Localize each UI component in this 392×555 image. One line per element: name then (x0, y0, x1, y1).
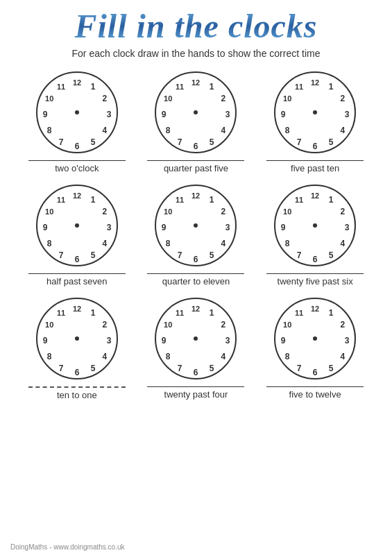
clock-cell: 121234567891011twenty five past six (259, 180, 371, 287)
svg-text:12: 12 (191, 305, 200, 313)
svg-text:5: 5 (90, 250, 95, 260)
svg-text:11: 11 (295, 309, 303, 317)
footer: DoingMaths - www.doingmaths.co.uk (10, 543, 125, 551)
svg-text:7: 7 (297, 137, 302, 147)
svg-text:12: 12 (73, 191, 81, 200)
svg-text:8: 8 (47, 352, 52, 361)
svg-text:5: 5 (210, 137, 214, 147)
svg-text:10: 10 (45, 321, 53, 329)
svg-point-85 (75, 336, 79, 341)
svg-text:11: 11 (176, 196, 184, 204)
svg-text:9: 9 (281, 223, 286, 232)
svg-text:2: 2 (341, 94, 346, 103)
svg-text:5: 5 (329, 364, 334, 373)
svg-text:3: 3 (106, 336, 111, 345)
svg-text:6: 6 (74, 255, 79, 264)
clock-label: five past ten (266, 160, 364, 173)
svg-text:8: 8 (285, 239, 290, 248)
svg-point-15 (194, 110, 198, 114)
svg-text:10: 10 (283, 321, 291, 329)
svg-text:9: 9 (42, 223, 47, 232)
svg-text:10: 10 (283, 94, 291, 103)
svg-text:9: 9 (281, 336, 286, 345)
svg-text:7: 7 (58, 137, 63, 147)
clock-cell: 121234567891011quarter to eleven (140, 180, 253, 287)
svg-text:12: 12 (191, 78, 200, 87)
svg-text:2: 2 (341, 320, 346, 330)
svg-text:2: 2 (221, 207, 226, 216)
svg-text:12: 12 (73, 78, 81, 87)
svg-text:11: 11 (57, 196, 65, 204)
svg-text:3: 3 (225, 110, 230, 119)
svg-text:7: 7 (58, 364, 63, 373)
svg-text:7: 7 (297, 250, 302, 260)
svg-text:9: 9 (281, 110, 286, 119)
svg-text:4: 4 (221, 126, 226, 135)
svg-text:4: 4 (102, 239, 107, 248)
clock-label: twenty five past six (266, 273, 364, 287)
svg-text:4: 4 (341, 126, 346, 135)
svg-text:6: 6 (313, 142, 318, 151)
svg-text:8: 8 (166, 126, 171, 135)
svg-text:1: 1 (329, 82, 334, 92)
svg-point-71 (313, 223, 317, 228)
svg-text:9: 9 (42, 336, 47, 345)
svg-text:1: 1 (90, 195, 95, 205)
svg-text:7: 7 (178, 250, 182, 260)
page: Fill in the clocks For each clock draw i… (0, 0, 392, 555)
svg-text:8: 8 (285, 126, 290, 135)
svg-text:10: 10 (164, 321, 173, 329)
svg-text:3: 3 (225, 336, 230, 345)
svg-text:10: 10 (45, 94, 53, 103)
svg-text:4: 4 (341, 239, 346, 248)
svg-text:5: 5 (90, 364, 95, 373)
svg-text:10: 10 (45, 207, 53, 216)
svg-text:6: 6 (74, 142, 79, 151)
svg-text:7: 7 (297, 364, 302, 373)
svg-text:5: 5 (210, 364, 214, 373)
svg-text:3: 3 (345, 110, 350, 119)
svg-text:7: 7 (178, 137, 182, 147)
svg-text:8: 8 (166, 239, 171, 248)
clock-label: half past seven (28, 273, 126, 287)
svg-text:12: 12 (191, 191, 200, 200)
svg-text:12: 12 (311, 305, 319, 313)
svg-text:12: 12 (311, 191, 319, 200)
svg-text:5: 5 (210, 250, 214, 260)
svg-text:6: 6 (74, 368, 79, 377)
svg-point-1 (75, 110, 79, 114)
svg-text:7: 7 (178, 364, 182, 373)
svg-text:11: 11 (295, 83, 303, 91)
subtitle: For each clock draw in the hands to show… (14, 48, 378, 59)
svg-text:6: 6 (194, 142, 198, 151)
clock-cell: 121234567891011twenty past four (140, 293, 253, 400)
svg-text:4: 4 (221, 239, 226, 248)
svg-text:5: 5 (90, 137, 95, 147)
svg-point-29 (313, 110, 317, 114)
svg-text:4: 4 (102, 126, 107, 135)
svg-text:8: 8 (166, 352, 171, 361)
clock-cell: 121234567891011five past ten (259, 67, 371, 173)
svg-text:8: 8 (47, 126, 52, 135)
svg-text:4: 4 (102, 352, 107, 361)
svg-text:6: 6 (313, 368, 318, 377)
svg-text:3: 3 (106, 223, 111, 232)
svg-text:1: 1 (210, 82, 214, 92)
svg-text:1: 1 (90, 82, 95, 92)
svg-text:5: 5 (329, 250, 334, 260)
clock-label: quarter to eleven (147, 273, 244, 287)
svg-text:1: 1 (329, 308, 334, 318)
clock-label: quarter past five (147, 160, 244, 173)
svg-text:1: 1 (210, 308, 214, 318)
svg-point-43 (75, 223, 79, 228)
svg-text:2: 2 (221, 94, 226, 103)
svg-text:6: 6 (313, 255, 318, 264)
svg-text:6: 6 (194, 368, 198, 377)
svg-text:2: 2 (341, 207, 346, 216)
clock-label: five to twelve (266, 386, 364, 400)
svg-point-99 (194, 336, 198, 341)
svg-text:9: 9 (42, 110, 47, 119)
clock-cell: 121234567891011five to twelve (259, 293, 371, 400)
clock-label: twenty past four (147, 386, 244, 400)
svg-text:9: 9 (162, 110, 167, 119)
